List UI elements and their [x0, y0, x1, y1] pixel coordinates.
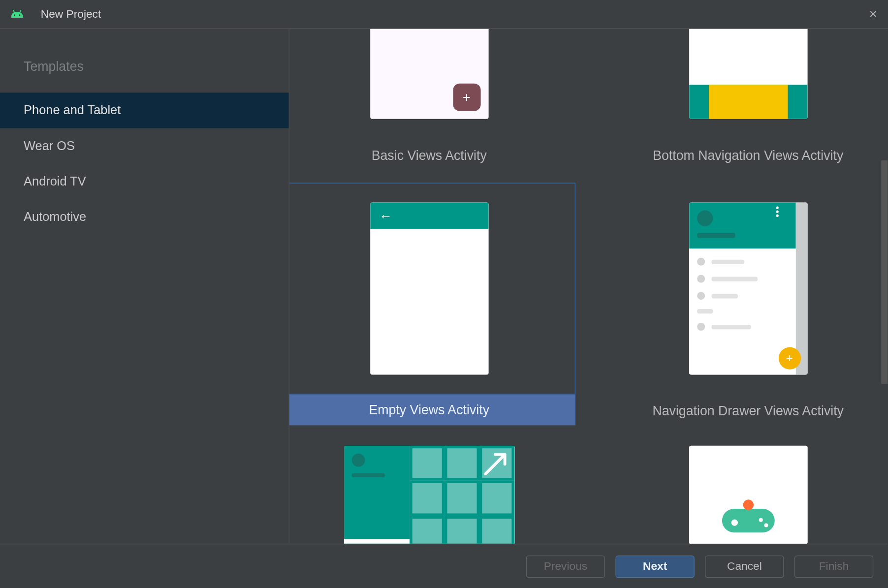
titlebar: New Project ✕ [0, 0, 888, 29]
list-item [697, 323, 787, 331]
header-line [697, 233, 734, 238]
preview-bottom-navigation [689, 29, 807, 119]
preview-game [689, 446, 807, 544]
avatar-icon [351, 454, 365, 467]
fab-plus-icon: + [453, 84, 480, 111]
sidebar-item-android-tv[interactable]: Android TV [0, 164, 289, 199]
sidebar-item-phone-tablet[interactable]: Phone and Tablet [0, 93, 289, 128]
template-grid: + Basic Views Activity B [289, 29, 888, 544]
template-navigation-drawer[interactable]: + Navigation Drawer Views Activity [602, 183, 888, 445]
svg-point-1 [19, 14, 21, 16]
sidebar-item-automotive[interactable]: Automotive [0, 199, 289, 235]
template-preview: + [289, 29, 575, 139]
next-button[interactable]: Next [615, 555, 694, 577]
back-arrow-icon: ← [379, 208, 392, 223]
template-preview: ← [289, 183, 575, 394]
template-label: Navigation Drawer Views Activity [602, 395, 888, 439]
close-icon[interactable]: ✕ [869, 8, 877, 20]
template-preview [602, 29, 888, 139]
preview-basic-views: + [370, 29, 488, 119]
avatar-icon [697, 211, 712, 226]
side-panel [344, 446, 410, 544]
svg-point-0 [14, 14, 15, 16]
list-item [697, 275, 787, 282]
list-item [697, 258, 787, 266]
text-line [351, 473, 384, 477]
overflow-menu-icon [776, 207, 778, 217]
dialog-title: New Project [41, 7, 101, 21]
dialog-body: Templates Phone and Tablet Wear OS Andro… [0, 29, 888, 544]
list-item [697, 292, 787, 300]
previous-button[interactable]: Previous [526, 555, 605, 577]
template-basic-views[interactable]: + Basic Views Activity [289, 29, 575, 183]
template-label: Bottom Navigation Views Activity [602, 139, 888, 183]
template-responsive[interactable] [289, 445, 575, 543]
dialog-footer: Previous Next Cancel Finish [0, 544, 888, 588]
expand-arrow-icon [480, 450, 509, 481]
preview-responsive [344, 446, 514, 544]
drawer-header [689, 202, 795, 248]
finish-button[interactable]: Finish [794, 555, 873, 577]
cancel-button[interactable]: Cancel [705, 555, 784, 577]
app-bar: ← [370, 202, 488, 228]
svg-line-3 [20, 9, 21, 12]
template-preview [602, 445, 888, 543]
game-body [689, 446, 807, 544]
fab-plus-icon: + [778, 347, 800, 369]
drawer-scroll [795, 202, 807, 374]
template-empty-views[interactable]: ← Empty Views Activity [289, 183, 575, 445]
template-preview [289, 445, 575, 543]
template-gallery: + Basic Views Activity B [289, 29, 888, 544]
template-label: Basic Views Activity [289, 139, 575, 183]
preview-navigation-drawer: + [689, 202, 807, 374]
bottom-strip [344, 539, 410, 544]
preview-empty-views: ← [370, 202, 488, 374]
android-icon [10, 9, 24, 19]
template-game[interactable] [602, 445, 888, 543]
vertical-scrollbar[interactable] [881, 160, 888, 384]
game-controller-icon [722, 503, 774, 532]
sidebar-heading: Templates [0, 51, 289, 93]
list-item [697, 309, 787, 313]
template-bottom-navigation[interactable]: Bottom Navigation Views Activity [602, 29, 888, 183]
svg-line-2 [13, 9, 15, 12]
template-scroll-area: + Basic Views Activity B [289, 29, 888, 544]
new-project-dialog: New Project ✕ Templates Phone and Tablet… [0, 0, 888, 588]
bottom-bar-highlight [709, 85, 788, 119]
template-label: Empty Views Activity [289, 395, 575, 426]
sidebar: Templates Phone and Tablet Wear OS Andro… [0, 29, 289, 544]
template-preview: + [602, 183, 888, 394]
grid-panel [410, 446, 515, 544]
sidebar-item-wear-os[interactable]: Wear OS [0, 128, 289, 164]
